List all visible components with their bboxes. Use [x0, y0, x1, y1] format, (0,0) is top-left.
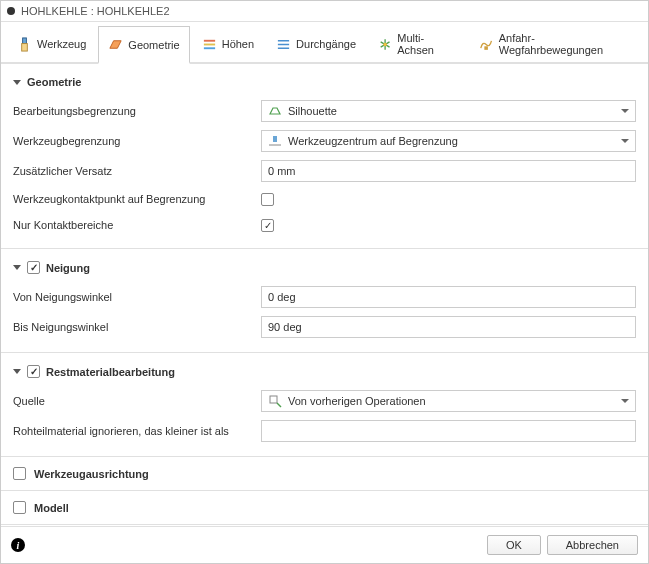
tab-label: Multi-Achsen	[397, 32, 457, 56]
tab-label: Durchgänge	[296, 38, 356, 50]
select-value: Silhouette	[288, 105, 621, 117]
tab-label: Werkzeug	[37, 38, 86, 50]
svg-rect-9	[270, 396, 277, 403]
tool-boundary-icon	[268, 134, 282, 148]
chevron-down-icon	[621, 109, 629, 113]
chevron-down-icon	[13, 80, 21, 85]
silhouette-icon	[268, 104, 282, 118]
cancel-button[interactable]: Abbrechen	[547, 535, 638, 555]
passes-icon	[276, 37, 291, 52]
tab-bar: Werkzeug Geometrie Höhen Durchgänge Mult…	[1, 22, 648, 64]
ok-button[interactable]: OK	[487, 535, 541, 555]
row-rohteil-ignorieren: Rohteilmaterial ignorieren, das kleiner …	[13, 416, 636, 446]
row-bis-neigung: Bis Neigungswinkel	[13, 312, 636, 342]
field-label: Rohteilmaterial ignorieren, das kleiner …	[13, 425, 261, 437]
svg-point-5	[383, 42, 387, 46]
content-area: Geometrie Bearbeitungsbegrenzung Silhoue…	[1, 64, 648, 526]
dialog-window: HOHLKEHLE : HOHLKEHLE2 Werkzeug Geometri…	[0, 0, 649, 564]
tab-label: Höhen	[222, 38, 254, 50]
section-restmaterial: Restmaterialbearbeitung Quelle Von vorhe…	[1, 353, 648, 457]
heights-icon	[202, 37, 217, 52]
select-value: Werkzeugzentrum auf Begrenzung	[288, 135, 621, 147]
field-label: Bis Neigungswinkel	[13, 321, 261, 333]
section-title: Werkzeugausrichtung	[34, 468, 149, 480]
checkbox-nur-kontaktbereiche[interactable]	[261, 219, 274, 232]
chevron-down-icon	[13, 369, 21, 374]
row-nur-kontaktbereiche: Nur Kontaktbereiche	[13, 212, 636, 238]
row-von-neigung: Von Neigungswinkel	[13, 282, 636, 312]
svg-rect-1	[22, 43, 28, 51]
chevron-down-icon	[621, 139, 629, 143]
field-label: Von Neigungswinkel	[13, 291, 261, 303]
section-title: Modell	[34, 502, 69, 514]
tab-label: Geometrie	[128, 39, 179, 51]
section-title: Neigung	[46, 262, 90, 274]
section-modell[interactable]: Modell	[1, 491, 648, 525]
select-bearbeitungsbegrenzung[interactable]: Silhouette	[261, 100, 636, 122]
tab-durchgaenge[interactable]: Durchgänge	[266, 26, 366, 62]
select-werkzeugbegrenzung[interactable]: Werkzeugzentrum auf Begrenzung	[261, 130, 636, 152]
tab-label: Anfahr-Wegfahrbewegungen	[499, 32, 632, 56]
svg-rect-7	[273, 136, 277, 142]
previous-ops-icon	[268, 394, 282, 408]
input-rohteil-ignorieren[interactable]	[261, 420, 636, 442]
section-werkzeugausrichtung[interactable]: Werkzeugausrichtung	[1, 457, 648, 491]
row-werkzeugkontaktpunkt: Werkzeugkontaktpunkt auf Begrenzung	[13, 186, 636, 212]
input-bis-neigung[interactable]	[261, 316, 636, 338]
tab-multi-achsen[interactable]: Multi-Achsen	[368, 26, 467, 62]
section-geometrie: Geometrie Bearbeitungsbegrenzung Silhoue…	[1, 64, 648, 249]
window-bullet-icon	[7, 7, 15, 15]
svg-rect-6	[485, 46, 489, 50]
window-title: HOHLKEHLE : HOHLKEHLE2	[21, 5, 170, 17]
tool-icon	[17, 37, 32, 52]
tab-anfahr[interactable]: Anfahr-Wegfahrbewegungen	[469, 26, 642, 62]
row-bearbeitungsbegrenzung: Bearbeitungsbegrenzung Silhouette	[13, 96, 636, 126]
select-value: Von vorherigen Operationen	[288, 395, 621, 407]
titlebar: HOHLKEHLE : HOHLKEHLE2	[1, 1, 648, 22]
section-neigung: Neigung Von Neigungswinkel Bis Neigungsw…	[1, 249, 648, 353]
select-quelle[interactable]: Von vorherigen Operationen	[261, 390, 636, 412]
svg-rect-3	[204, 43, 215, 45]
geometry-icon	[108, 37, 123, 52]
field-label: Werkzeugkontaktpunkt auf Begrenzung	[13, 193, 261, 205]
field-label: Bearbeitungsbegrenzung	[13, 105, 261, 117]
svg-rect-0	[23, 37, 27, 43]
tab-geometrie[interactable]: Geometrie	[98, 26, 189, 64]
field-label: Nur Kontaktbereiche	[13, 219, 261, 231]
field-label: Quelle	[13, 395, 261, 407]
section-header-neigung[interactable]: Neigung	[13, 257, 636, 282]
chevron-down-icon	[621, 399, 629, 403]
row-quelle: Quelle Von vorherigen Operationen	[13, 386, 636, 416]
checkbox-restmaterial-enable[interactable]	[27, 365, 40, 378]
multi-axis-icon	[378, 37, 392, 52]
tab-werkzeug[interactable]: Werkzeug	[7, 26, 96, 62]
chevron-down-icon	[13, 265, 21, 270]
section-title: Restmaterialbearbeitung	[46, 366, 175, 378]
info-icon[interactable]: i	[11, 538, 25, 552]
checkbox-werkzeugausrichtung-enable[interactable]	[13, 467, 26, 480]
checkbox-modell-enable[interactable]	[13, 501, 26, 514]
field-label: Zusätzlicher Versatz	[13, 165, 261, 177]
svg-rect-2	[204, 39, 215, 41]
input-zusaetzlicher-versatz[interactable]	[261, 160, 636, 182]
tab-hoehen[interactable]: Höhen	[192, 26, 264, 62]
checkbox-neigung-enable[interactable]	[27, 261, 40, 274]
row-zusaetzlicher-versatz: Zusätzlicher Versatz	[13, 156, 636, 186]
linking-icon	[479, 37, 493, 52]
section-header-geometrie[interactable]: Geometrie	[13, 72, 636, 96]
svg-rect-4	[204, 47, 215, 49]
footer: i OK Abbrechen	[1, 526, 648, 563]
input-von-neigung[interactable]	[261, 286, 636, 308]
section-header-restmaterial[interactable]: Restmaterialbearbeitung	[13, 361, 636, 386]
section-title: Geometrie	[27, 76, 81, 88]
field-label: Werkzeugbegrenzung	[13, 135, 261, 147]
row-werkzeugbegrenzung: Werkzeugbegrenzung Werkzeugzentrum auf B…	[13, 126, 636, 156]
checkbox-werkzeugkontaktpunkt[interactable]	[261, 193, 274, 206]
